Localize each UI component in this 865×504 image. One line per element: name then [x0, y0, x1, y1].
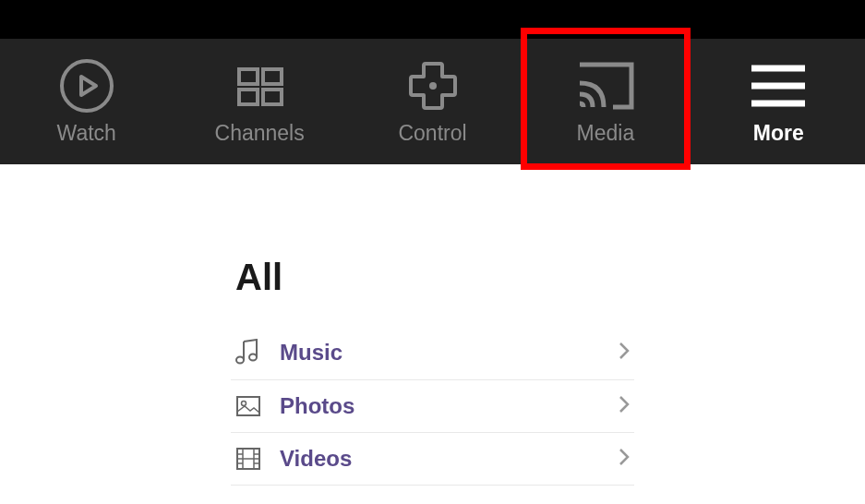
- list-item-photos[interactable]: Photos: [231, 380, 634, 433]
- nav-label: Media: [577, 121, 635, 146]
- dpad-icon: [405, 58, 461, 114]
- svg-rect-4: [263, 90, 282, 104]
- svg-point-9: [236, 357, 244, 364]
- svg-rect-1: [239, 69, 258, 84]
- nav-tab-more[interactable]: More: [692, 39, 865, 164]
- list-item-videos[interactable]: Videos: [231, 433, 634, 486]
- svg-rect-2: [263, 69, 282, 84]
- nav-bar: Watch Channels Control: [0, 39, 865, 164]
- nav-tab-watch[interactable]: Watch: [0, 39, 173, 164]
- nav-label: Channels: [215, 121, 305, 146]
- section-title: All: [231, 257, 634, 298]
- hamburger-icon: [750, 58, 807, 114]
- nav-label: More: [753, 121, 804, 146]
- photo-icon: [235, 395, 272, 417]
- music-icon: [235, 339, 272, 366]
- nav-tab-control[interactable]: Control: [346, 39, 519, 164]
- list-item-label: Videos: [272, 446, 619, 472]
- svg-point-12: [242, 402, 246, 406]
- video-icon: [235, 447, 272, 471]
- list-item-music[interactable]: Music: [231, 326, 634, 380]
- chevron-right-icon: [619, 395, 630, 417]
- content-area: All Music Photos: [0, 164, 865, 486]
- grid-icon: [232, 58, 287, 114]
- nav-label: Control: [398, 121, 466, 146]
- svg-point-0: [62, 61, 112, 111]
- chevron-right-icon: [619, 448, 630, 470]
- svg-point-10: [249, 354, 257, 361]
- list-item-label: Music: [272, 340, 619, 366]
- chevron-right-icon: [619, 342, 630, 364]
- status-bar: [0, 0, 865, 39]
- svg-rect-3: [239, 90, 258, 104]
- svg-point-5: [429, 82, 437, 90]
- cast-icon: [576, 58, 635, 114]
- nav-tab-media[interactable]: Media: [519, 39, 691, 164]
- svg-rect-11: [237, 397, 259, 415]
- nav-tab-channels[interactable]: Channels: [173, 39, 345, 164]
- play-circle-icon: [59, 58, 114, 114]
- list-item-label: Photos: [272, 393, 619, 419]
- nav-label: Watch: [57, 121, 116, 146]
